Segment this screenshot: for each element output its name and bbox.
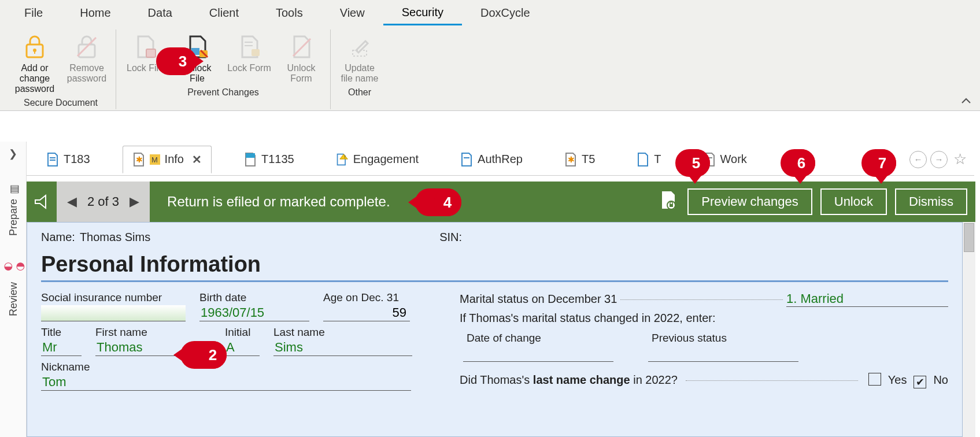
- nav-back-button[interactable]: ←: [909, 151, 927, 168]
- yes-checkbox[interactable]: [868, 373, 881, 386]
- document-icon: [460, 152, 473, 167]
- menu-home[interactable]: Home: [61, 2, 129, 24]
- menu-doxcycle[interactable]: DoxCycle: [462, 2, 549, 24]
- callout-4: 4: [415, 188, 461, 216]
- form-right-column: Marital status on December 31 1. Married…: [460, 291, 948, 395]
- form-area: Name: Thomas Sims SIN: Personal Informat…: [27, 222, 963, 437]
- callout-5: 5: [675, 149, 710, 177]
- banner-message: Return is efiled or marked complete.: [150, 194, 649, 210]
- preview-changes-button[interactable]: Preview changes: [687, 188, 812, 215]
- sin-label: SIN:: [439, 231, 462, 243]
- ribbon-group-name-other: Other: [348, 85, 371, 99]
- unlock-button[interactable]: Unlock: [820, 188, 887, 215]
- title-field[interactable]: Mr: [41, 340, 82, 356]
- tab-t183-label: T183: [64, 153, 90, 166]
- remove-password-button: Remove password: [62, 29, 111, 95]
- title-label: Title: [41, 326, 82, 339]
- lastname-label: Last name: [273, 326, 412, 339]
- age-field: 59: [323, 305, 410, 321]
- svg-text:!: !: [344, 154, 345, 160]
- date-of-change-field[interactable]: [463, 346, 613, 362]
- tab-work-label: Work: [720, 153, 747, 166]
- ribbon-group-other: Update file name Other: [331, 29, 389, 109]
- add-or-change-password-label: Add or change password: [13, 63, 57, 94]
- ribbon: Add or change password Remove password S…: [0, 26, 980, 111]
- expand-rail-button[interactable]: ❯: [9, 147, 17, 160]
- lock-icon: [19, 31, 51, 63]
- status-banner: ◀ 2 of 3 ▶ Return is efiled or marked co…: [27, 182, 975, 222]
- form-header: Name: Thomas Sims SIN:: [41, 229, 948, 250]
- nav-forward-button[interactable]: →: [930, 151, 948, 168]
- vtab-prepare-label: Prepare: [7, 199, 19, 236]
- tab-t-cut-label: T: [654, 153, 661, 166]
- menu-view[interactable]: View: [321, 2, 383, 24]
- tab-t183[interactable]: T183: [37, 146, 99, 173]
- document-star-icon: ✱: [132, 152, 145, 167]
- svg-rect-11: [252, 49, 260, 56]
- date-of-change-label: Date of change: [467, 332, 602, 345]
- ribbon-group-secure-document: Add or change password Remove password S…: [6, 29, 116, 109]
- pager-prev-button[interactable]: ◀: [67, 194, 77, 209]
- no-checkbox[interactable]: ✔: [914, 376, 926, 388]
- banner-pager: ◀ 2 of 3 ▶: [57, 182, 150, 222]
- birthdate-field[interactable]: 1963/07/15: [199, 305, 309, 321]
- svg-rect-5: [146, 49, 156, 57]
- vtab-review[interactable]: Review ◐◑: [5, 245, 22, 325]
- add-or-change-password-button[interactable]: Add or change password: [10, 29, 59, 95]
- file-lock-icon: [660, 190, 677, 214]
- menu-data[interactable]: Data: [130, 2, 191, 24]
- nav-star-button[interactable]: ☆: [951, 151, 968, 168]
- initial-field[interactable]: A: [225, 340, 260, 356]
- lock-form-button: Lock Form: [225, 29, 273, 85]
- tab-t1135-label: T1135: [261, 153, 294, 166]
- nickname-field[interactable]: Tom: [41, 375, 411, 391]
- no-label: No: [933, 373, 948, 387]
- svg-line-4: [77, 38, 96, 56]
- svg-rect-19: [246, 153, 255, 158]
- callout-3: 3: [156, 47, 197, 75]
- menu-client[interactable]: Client: [191, 2, 257, 24]
- marital-status-field[interactable]: 1. Married: [786, 291, 948, 307]
- tab-info[interactable]: ✱ M Info ✕: [123, 146, 212, 173]
- previous-status-field[interactable]: [648, 346, 798, 362]
- menu-tools[interactable]: Tools: [257, 2, 321, 24]
- callout-7: 7: [861, 149, 896, 177]
- vtab-prepare[interactable]: Prepare ▥: [5, 174, 22, 245]
- document-warning-icon: !: [336, 152, 349, 167]
- scrollbar[interactable]: [963, 222, 975, 437]
- remove-password-label: Remove password: [65, 63, 109, 84]
- scrollbar-thumb[interactable]: [964, 223, 974, 252]
- tab-t1135[interactable]: T1135: [235, 146, 304, 173]
- menu-file[interactable]: File: [6, 2, 61, 24]
- unlock-form-button: Unlock Form: [277, 29, 326, 85]
- document-tab-bar: T183 ✱ M Info ✕ T1135 ! Engagement AuthR…: [27, 143, 974, 176]
- lock-form-icon: [233, 31, 265, 63]
- svg-rect-25: [670, 204, 673, 207]
- svg-text:M: M: [151, 155, 158, 164]
- tab-t5[interactable]: ✱ T5: [555, 146, 604, 173]
- unlock-form-icon: [285, 31, 317, 63]
- svg-line-12: [293, 39, 310, 56]
- svg-text:✱: ✱: [568, 155, 575, 164]
- tab-authrep[interactable]: AuthRep: [451, 146, 532, 173]
- yes-label: Yes: [888, 373, 907, 387]
- update-file-name-label: Update file name: [338, 63, 382, 84]
- sin-field[interactable]: [41, 305, 186, 321]
- tab-t-cut[interactable]: T: [627, 146, 670, 173]
- menu-security[interactable]: Security: [383, 1, 462, 25]
- lastname-field[interactable]: Sims: [273, 340, 412, 356]
- chart-icon: ▥: [7, 183, 19, 196]
- pager-next-button[interactable]: ▶: [130, 194, 139, 209]
- lock-form-label: Lock Form: [227, 63, 271, 84]
- lastname-change-question: Did Thomas's last name change in 2022?: [460, 373, 678, 387]
- dismiss-button[interactable]: Dismiss: [895, 188, 967, 215]
- pager-text: 2 of 3: [87, 194, 119, 209]
- tab-info-close[interactable]: ✕: [192, 153, 202, 166]
- tab-engagement[interactable]: ! Engagement: [327, 146, 428, 173]
- ribbon-group-name-secure: Secure Document: [24, 95, 98, 109]
- tab-info-label: Info: [165, 153, 184, 166]
- collapse-ribbon-button[interactable]: [960, 26, 980, 110]
- callout-6: 6: [781, 149, 815, 177]
- name-label: Name:: [41, 231, 75, 244]
- callout-2: 2: [180, 341, 227, 369]
